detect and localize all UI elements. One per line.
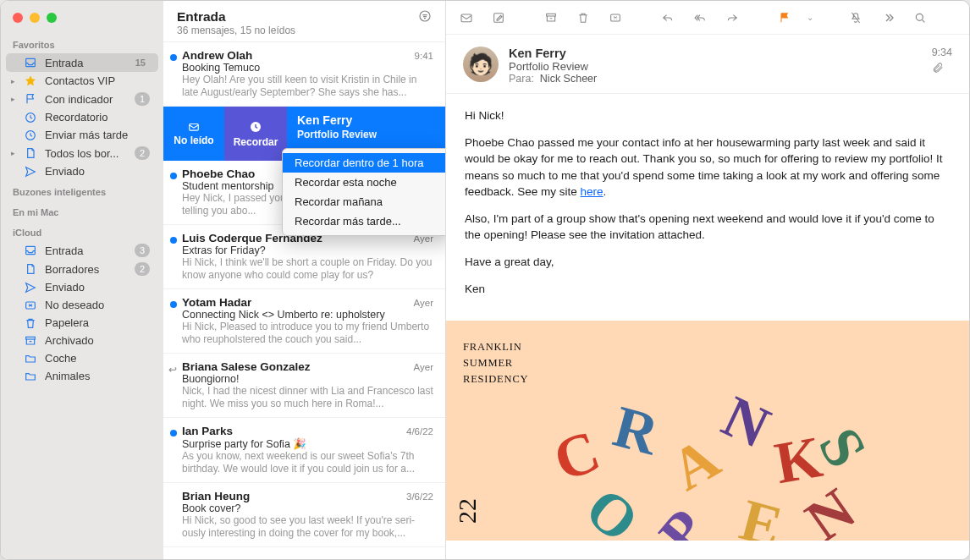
star-icon: [23, 75, 38, 87]
message-row[interactable]: Yotam HadarAyerConnecting Nick <> Umbert…: [163, 289, 445, 354]
disclosure-chevron[interactable]: ▸: [11, 77, 19, 85]
zoom-window-button[interactable]: [47, 13, 57, 23]
remind-button[interactable]: Recordar: [224, 107, 287, 161]
sidebar-item-label: Animales: [45, 370, 150, 382]
message-from: Briana Salese Gonzalez: [182, 360, 414, 373]
mark-unread-button[interactable]: No leído: [163, 107, 224, 161]
replied-icon: ↩: [168, 364, 177, 372]
unread-dot-icon: [170, 237, 177, 244]
svg-rect-5: [190, 124, 199, 131]
close-window-button[interactable]: [13, 13, 23, 23]
mailbox-subtitle: 36 mensajes, 15 no leídos: [177, 25, 418, 36]
message-row[interactable]: Brian Heung3/6/22Book cover?Hi Nick, so …: [163, 483, 445, 547]
sidebar-section-header[interactable]: Buzones inteligentes: [1, 180, 163, 200]
header-to: Para: Nick Scheer: [509, 73, 922, 85]
clock-icon: [23, 129, 38, 141]
sidebar-item[interactable]: Enviar más tarde: [6, 126, 158, 144]
search-icon[interactable]: [910, 8, 930, 28]
sidebar-item-label: Entrada: [45, 57, 124, 69]
message-time: Ayer: [414, 298, 433, 308]
message-list[interactable]: Andrew Olah9:41Booking TemucoHey Olah! A…: [163, 42, 445, 559]
disclosure-chevron[interactable]: ▸: [11, 149, 19, 157]
sidebar: FavoritosEntrada15▸Contactos VIP▸Con ind…: [1, 1, 163, 559]
message-subject: Connecting Nick <> Umberto re: upholster…: [182, 309, 433, 321]
sidebar-item[interactable]: Recordatorio: [6, 108, 158, 126]
sidebar-item[interactable]: Coche: [6, 349, 158, 367]
unread-dot-icon: [170, 430, 177, 436]
junk-icon[interactable]: [605, 8, 626, 28]
message-header: Ken Ferry Portfolio Review Para: Nick Sc…: [446, 35, 969, 94]
sidebar-item[interactable]: Borradores2: [6, 260, 158, 278]
minimize-window-button[interactable]: [30, 13, 40, 23]
reply-all-icon[interactable]: [690, 8, 710, 28]
sidebar-item[interactable]: Enviado: [6, 162, 158, 180]
window-controls: [1, 8, 163, 33]
sidebar-item-label: Todos los bor...: [45, 147, 128, 160]
svg-point-11: [916, 14, 923, 20]
header-from: Ken Ferry: [509, 47, 922, 60]
remind-option-tonight[interactable]: Recordar esta noche: [283, 173, 445, 192]
flag-icon: [23, 93, 38, 105]
remind-dropdown-menu: Recordar dentro de 1 hora Recordar esta …: [282, 148, 445, 236]
sidebar-section-header[interactable]: iCloud: [1, 221, 163, 241]
flag-icon[interactable]: [774, 8, 795, 28]
remind-option-1h[interactable]: Recordar dentro de 1 hora: [283, 153, 445, 173]
sidebar-item[interactable]: Entrada15: [6, 53, 158, 72]
doc-icon: [23, 147, 38, 159]
message-preview: Nick, I had the nicest dinner with Lia a…: [182, 385, 433, 410]
new-mail-icon[interactable]: [456, 8, 477, 28]
toolbar: ⌄: [446, 1, 969, 35]
attachment-preview[interactable]: FRANKLIN SUMMER RESIDENCY Ceramics & Pai…: [446, 321, 969, 541]
attachment-art: C R A N K O P E N S: [521, 371, 894, 541]
trash-icon[interactable]: [573, 8, 593, 28]
content-pane: ⌄ Ken Ferry Portfolio Review Para: Nick …: [446, 1, 969, 559]
message-preview: Hi Nick, I think we'll be short a couple…: [182, 256, 433, 282]
portfolio-link[interactable]: here: [581, 185, 603, 198]
reply-icon[interactable]: [658, 8, 678, 28]
sidebar-item[interactable]: Entrada3: [6, 241, 158, 260]
sidebar-item[interactable]: Papelera: [6, 314, 158, 332]
unread-dot-icon: [170, 173, 177, 179]
message-from: Ian Parks: [182, 425, 406, 437]
list-header: Entrada 36 mensajes, 15 no leídos: [163, 1, 445, 42]
inbox-icon: [23, 244, 38, 256]
attachment-title: FRANKLIN SUMMER RESIDENCY: [463, 339, 528, 387]
forward-icon[interactable]: [722, 8, 742, 28]
disclosure-chevron[interactable]: ▸: [11, 95, 19, 103]
sidebar-item-label: Contactos VIP: [45, 74, 150, 87]
folder-icon: [23, 371, 38, 382]
clock-icon: [23, 112, 38, 124]
mute-icon[interactable]: [846, 8, 866, 28]
message-preview: Hey Olah! Are you still keen to visit Kr…: [182, 74, 433, 99]
sidebar-item[interactable]: ▸Contactos VIP: [6, 72, 158, 90]
remind-option-tomorrow[interactable]: Recordar mañana: [283, 192, 445, 211]
flag-dropdown-chevron[interactable]: ⌄: [807, 13, 813, 22]
sidebar-item[interactable]: ▸Todos los bor...2: [6, 144, 158, 162]
header-time: 9:34: [932, 47, 952, 58]
sidebar-item[interactable]: No deseado: [6, 296, 158, 314]
sidebar-item-label: Papelera: [45, 316, 150, 329]
sidebar-section-header[interactable]: En mi Mac: [1, 200, 163, 221]
filter-button[interactable]: [418, 9, 432, 25]
message-row[interactable]: ↩Briana Salese GonzalezAyerBuongiorno!Ni…: [163, 354, 445, 418]
attachment-icon[interactable]: [932, 62, 952, 76]
sidebar-item-label: Borradores: [45, 263, 128, 276]
count-badge: 3: [135, 244, 150, 257]
message-time: 3/6/22: [406, 491, 433, 502]
sidebar-item[interactable]: Animales: [6, 367, 158, 385]
compose-icon[interactable]: [488, 8, 509, 28]
message-row[interactable]: Ian Parks4/6/22Surprise party for Sofia …: [163, 418, 445, 483]
sidebar-item-label: Entrada: [45, 244, 128, 257]
archive-icon[interactable]: [541, 8, 561, 28]
folder-icon: [23, 353, 38, 365]
count-badge: 1: [135, 92, 150, 106]
remind-option-later[interactable]: Recordar más tarde...: [283, 211, 445, 231]
count-badge: 2: [135, 262, 150, 276]
message-row[interactable]: Andrew Olah9:41Booking TemucoHey Olah! A…: [163, 42, 445, 107]
sender-avatar[interactable]: [463, 47, 499, 82]
sidebar-item[interactable]: ▸Con indicador1: [6, 90, 158, 108]
sidebar-section-header[interactable]: Favoritos: [1, 33, 163, 53]
sidebar-item[interactable]: Enviado: [6, 278, 158, 296]
sidebar-item[interactable]: Archivado: [6, 332, 158, 349]
more-icon[interactable]: [878, 8, 898, 28]
